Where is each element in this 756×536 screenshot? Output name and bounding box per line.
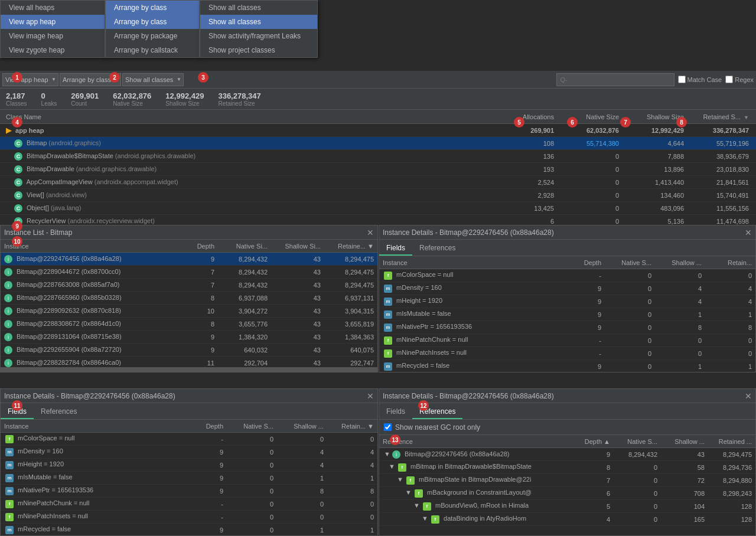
dropdown-item-view-zygote-heap[interactable]: View zygote heap xyxy=(1,43,105,57)
show-gc-root-checkbox[interactable] xyxy=(384,423,392,431)
inst-depth-0: 9 xyxy=(185,256,218,263)
instance-details-top-close[interactable]: ✕ xyxy=(745,228,752,237)
dropdown-item-view-image-heap[interactable]: View image heap xyxy=(1,29,105,43)
show-activity-leaks-item[interactable]: Show activity/fragment Leaks xyxy=(200,29,317,43)
bl-col-depth[interactable]: Depth xyxy=(194,423,227,430)
leaks-label: Leaks xyxy=(41,100,57,107)
match-case-checkbox[interactable] xyxy=(678,76,686,83)
dropdown-item-view-all-heaps[interactable]: View all heaps xyxy=(1,1,105,15)
inst-row-4[interactable]: i Bitmap@2289092632 (0x8870c818) 10 3,90… xyxy=(1,305,377,318)
inst-col-shallow-header[interactable]: Shallow Si... xyxy=(271,243,324,250)
class-row-6[interactable]: C RecyclerView (androidx.recyclerview.wi… xyxy=(0,215,756,225)
field-row-top-0[interactable]: f mColorSpace = null - 0 0 0 xyxy=(379,269,755,282)
field-name-top-1: m mDensity = 160 xyxy=(379,284,572,293)
col-class-name-header[interactable]: Class Name xyxy=(2,113,506,120)
class-row-0[interactable]: C Bitmap (android.graphics) 108 55,714,3… xyxy=(0,137,756,150)
col-alloc-header[interactable]: Allocations xyxy=(506,113,559,120)
tab-fields-bottom-right[interactable]: Fields xyxy=(379,405,412,419)
field-row-top-5[interactable]: f mNinePatchChunk = null - 0 0 0 xyxy=(379,334,755,347)
bl-col-retained[interactable]: Retain... ▼ xyxy=(327,423,377,430)
arrange-by-callstack-item[interactable]: Arrange by callstack xyxy=(106,43,199,57)
field-col-retained-header[interactable]: Retain... xyxy=(705,259,755,266)
class-shallow-5: 483,096 xyxy=(624,205,689,212)
field-row-top-6[interactable]: f mNinePatchInsets = null - 0 0 0 xyxy=(379,347,755,360)
match-case-label: Match Case xyxy=(678,76,722,83)
class-row-2[interactable]: C BitmapDrawable (android.graphics.drawa… xyxy=(0,163,756,176)
field-row-top-3[interactable]: m mIsMutable = false 9 0 1 1 xyxy=(379,308,755,321)
field-col-depth-header[interactable]: Depth xyxy=(572,259,605,266)
field-row-top-4[interactable]: m mNativePtr = 1656193536 9 0 8 8 xyxy=(379,321,755,334)
ref-col-native-header[interactable]: Native S... xyxy=(614,438,661,445)
class-row-3[interactable]: C AppCompatImageView (androidx.appcompat… xyxy=(0,176,756,189)
inst-col-native-header[interactable]: Native Si... xyxy=(218,243,271,250)
inst-row-3[interactable]: i Bitmap@2287665960 (0x885b0328) 8 6,937… xyxy=(1,292,377,305)
search-input[interactable] xyxy=(556,73,674,86)
arrange-by-class-item2[interactable]: Arrange by class xyxy=(106,15,199,29)
group-row-app-heap[interactable]: ▶ app heap 269,901 62,032,876 12,992,429… xyxy=(0,124,756,137)
instance-list-close[interactable]: ✕ xyxy=(367,228,374,237)
inst-row-2[interactable]: i Bitmap@2287663008 (0x885af7a0) 7 8,294… xyxy=(1,279,377,292)
field-row-top-1[interactable]: m mDensity = 160 9 0 4 4 xyxy=(379,282,755,295)
field-row-top-2[interactable]: m mHeight = 1920 9 0 4 4 xyxy=(379,295,755,308)
ref-col-ref-header[interactable]: Reference xyxy=(379,438,572,445)
tab-references-bottom-left[interactable]: References xyxy=(34,405,84,419)
field-col-native-header[interactable]: Native S... xyxy=(605,259,655,266)
bl-field-row-3[interactable]: m mIsMutable = false 9 0 1 1 xyxy=(1,472,377,485)
bl-field-row-1[interactable]: m mDensity = 160 9 0 4 4 xyxy=(1,446,377,459)
filter-select-wrapper: Show all classes xyxy=(122,73,184,86)
show-all-classes-item2[interactable]: Show all classes xyxy=(200,15,317,29)
ref-col-depth-header[interactable]: Depth ▲ xyxy=(572,438,614,445)
bl-field-row-6[interactable]: f mNinePatchInsets = null - 0 0 0 xyxy=(1,511,377,524)
class-row-4[interactable]: C View[] (android.view) 2,928 0 134,460 … xyxy=(0,189,756,202)
arrange-by-package-item[interactable]: Arrange by package xyxy=(106,29,199,43)
ref-row-5[interactable]: ▼ f dataBinding in AtyRadioHom 4 0 165 1… xyxy=(379,513,755,526)
ref-row-0[interactable]: ▼ i Bitmap@2292476456 (0x88a46a28) 9 8,2… xyxy=(379,448,755,461)
class-row-1[interactable]: C BitmapDrawable$BitmapState (android.gr… xyxy=(0,150,756,163)
inst-row-5[interactable]: i Bitmap@2288308672 (0x8864d1c0) 8 3,655… xyxy=(1,318,377,331)
ref-icon-1: f xyxy=(398,463,406,472)
class-icon-4: C xyxy=(14,191,22,200)
bl-col-shallow[interactable]: Shallow ... xyxy=(277,423,327,430)
inst-name-2: i Bitmap@2287663008 (0x885af7a0) xyxy=(1,281,185,289)
inst-col-depth-header[interactable]: Depth xyxy=(185,243,218,250)
heap-select[interactable]: View app heap xyxy=(2,73,58,86)
bl-field-row-5[interactable]: f mNinePatchChunk = null - 0 0 0 xyxy=(1,498,377,511)
bottom-right-close[interactable]: ✕ xyxy=(745,391,752,401)
instance-list-scrollbar[interactable] xyxy=(1,367,377,372)
class-native-4: 0 xyxy=(559,192,624,199)
regex-checkbox[interactable] xyxy=(725,76,733,83)
bl-col-native[interactable]: Native S... xyxy=(227,423,277,430)
inst-row-6[interactable]: i Bitmap@2289131064 (0x88715e38) 9 1,384… xyxy=(1,331,377,344)
class-alloc-5: 13,425 xyxy=(506,205,559,212)
show-project-classes-item[interactable]: Show project classes xyxy=(200,43,317,57)
dropdown-item-view-app-heap[interactable]: View app heap xyxy=(1,15,105,29)
inst-row-0[interactable]: i Bitmap@2292476456 (0x88a46a28) 9 8,294… xyxy=(1,253,377,266)
class-row-5[interactable]: C Object[] (java.lang) 13,425 0 483,096 … xyxy=(0,202,756,215)
bl-field-row-4[interactable]: m mNativePtr = 1656193536 9 0 8 8 xyxy=(1,485,377,498)
show-all-classes-item[interactable]: Show all classes xyxy=(200,1,317,15)
field-col-shallow-header[interactable]: Shallow ... xyxy=(655,259,705,266)
ref-row-2[interactable]: ▼ f mBitmapState in BitmapDrawable@22i 7… xyxy=(379,474,755,487)
filter-select[interactable]: Show all classes xyxy=(122,73,184,86)
bl-field-row-7[interactable]: m mRecycled = false 9 0 1 1 xyxy=(1,524,377,536)
inst-col-instance-header[interactable]: Instance xyxy=(1,243,185,250)
field-col-instance-header[interactable]: Instance xyxy=(379,259,572,266)
bl-col-instance[interactable]: Instance xyxy=(1,423,194,430)
ref-row-3[interactable]: ▼ f mBackground in ConstraintLayout@ 6 0… xyxy=(379,487,755,500)
tab-references-top[interactable]: References xyxy=(412,241,462,256)
col-retained-header[interactable]: Retained S... ▼ xyxy=(689,113,754,120)
ref-row-1[interactable]: ▼ f mBitmap in BitmapDrawable$BitmapStat… xyxy=(379,461,755,474)
ref-row-4[interactable]: ▼ f mBoundView0, mRoot in Himala 5 0 104… xyxy=(379,500,755,513)
bl-field-row-2[interactable]: m mHeight = 1920 9 0 4 4 xyxy=(1,459,377,472)
bl-field-row-0[interactable]: f mColorSpace = null - 0 0 0 xyxy=(1,433,377,446)
bottom-left-close[interactable]: ✕ xyxy=(367,391,374,401)
field-row-top-7[interactable]: m mRecycled = false 9 0 1 1 xyxy=(379,360,755,372)
inst-col-retained-header[interactable]: Retaine... ▼ xyxy=(324,243,377,250)
ref-col-retained-header[interactable]: Retained ... xyxy=(708,438,755,445)
inst-row-7[interactable]: i Bitmap@2292655904 (0x88a72720) 9 640,0… xyxy=(1,344,377,357)
arrange-by-class-item[interactable]: Arrange by class xyxy=(106,1,199,15)
class-name-1: C BitmapDrawable$BitmapState (android.gr… xyxy=(2,152,506,161)
inst-row-1[interactable]: i Bitmap@2289044672 (0x88700cc0) 7 8,294… xyxy=(1,266,377,279)
tab-fields-top[interactable]: Fields xyxy=(379,241,412,256)
ref-col-shallow-header[interactable]: Shallow ... xyxy=(661,438,708,445)
